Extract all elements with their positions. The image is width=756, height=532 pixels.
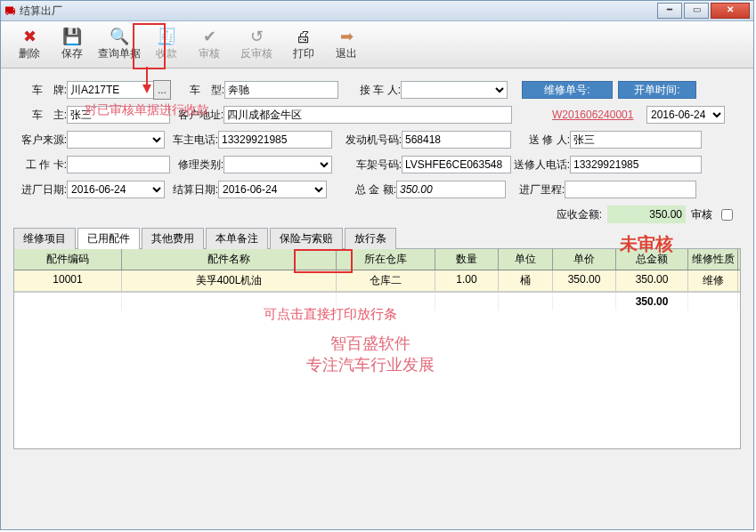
- cell: 桶: [499, 270, 553, 291]
- label-auditchk: 审核: [691, 207, 712, 222]
- titlebar: ⛟ 结算出厂 ━ ▭ ✕: [1, 1, 753, 21]
- src-select[interactable]: [67, 131, 165, 149]
- col-header: 维修性质: [688, 249, 738, 270]
- close-button[interactable]: ✕: [711, 3, 750, 19]
- toolbar-exit-button[interactable]: ➡退出: [325, 23, 368, 66]
- arrow-shaft: [146, 67, 148, 86]
- table-row[interactable]: 10001美孚400L机油仓库二1.00桶350.00350.00维修: [14, 270, 740, 292]
- window-title: 结算出厂: [20, 4, 657, 19]
- sdate-select[interactable]: 2016-06-24: [218, 181, 327, 198]
- cell: 维修: [688, 270, 738, 291]
- label-model: 车 型:: [171, 83, 224, 98]
- query-icon: 🔍: [109, 28, 130, 45]
- tab-2[interactable]: 其他费用: [142, 228, 204, 249]
- col-header: 配件编码: [14, 249, 122, 270]
- maximize-button[interactable]: ▭: [684, 3, 709, 19]
- minimize-button[interactable]: ━: [657, 3, 682, 19]
- toolbar-print-button[interactable]: 🖨打印: [282, 23, 325, 66]
- col-header: 单位: [499, 249, 553, 270]
- opendate-select[interactable]: 2016-06-24: [646, 106, 725, 124]
- tab-4[interactable]: 保险与索赔: [270, 228, 343, 249]
- label-src: 客户来源:: [13, 133, 67, 148]
- cell: 美孚400L机油: [122, 270, 337, 291]
- cell: 仓库二: [337, 270, 435, 291]
- cell: 350.00: [553, 270, 616, 291]
- cell: 350.00: [616, 270, 688, 291]
- parts-grid: 配件编码配件名称所在仓库数量单位单价总金额维修性质 10001美孚400L机油仓…: [13, 248, 741, 449]
- app-window: ⛟ 结算出厂 ━ ▭ ✕ ✖删除💾保存🔍查询单据🧾收款✔审核↺反审核🖨打印➡退出…: [0, 0, 754, 530]
- label-owner: 车 主:: [13, 108, 67, 123]
- label-rtype: 修理类别:: [170, 157, 224, 173]
- cell: 10001: [14, 270, 122, 291]
- tab-1[interactable]: 已用配件: [77, 228, 140, 249]
- arrow-down-icon: [142, 85, 151, 93]
- total-input[interactable]: [396, 181, 506, 198]
- cell: 1.00: [435, 270, 499, 291]
- model-input[interactable]: [224, 81, 338, 99]
- toolbar-audit-button[interactable]: ✔审核: [188, 23, 231, 66]
- toolbar-save-button[interactable]: 💾保存: [51, 23, 93, 66]
- label-due: 应收金额:: [557, 207, 602, 222]
- label-sphone: 送修人电话:: [511, 157, 570, 173]
- engine-input[interactable]: [402, 131, 511, 149]
- addr-input[interactable]: [224, 106, 512, 124]
- label-card: 工 作 卡:: [13, 157, 67, 173]
- vin-input[interactable]: [402, 156, 511, 173]
- app-icon: ⛟: [4, 4, 16, 18]
- highlight-collect-button: [133, 23, 166, 69]
- sphone-input[interactable]: [570, 156, 702, 173]
- annotation-print-tip: 可点击直接打印放行条: [264, 306, 397, 323]
- toolbar-delete-button[interactable]: ✖删除: [8, 23, 51, 66]
- label-indate: 进厂日期:: [13, 182, 67, 197]
- col-header: 数量: [435, 249, 499, 270]
- label-receiver: 接 车 人:: [338, 83, 401, 98]
- print-icon: 🖨: [293, 28, 314, 45]
- label-mileage: 进厂里程:: [506, 182, 565, 197]
- save-icon: 💾: [61, 28, 83, 45]
- receiver-select[interactable]: [401, 81, 508, 99]
- label-engine: 发动机号码:: [332, 133, 402, 148]
- indate-select[interactable]: 2016-06-24: [67, 181, 165, 198]
- card-input[interactable]: [67, 156, 170, 173]
- exit-icon: ➡: [336, 28, 357, 45]
- audit-icon: ✔: [199, 28, 220, 45]
- annotation-collect-tip: 对已审核单据进行收款: [85, 102, 209, 118]
- label-sdate: 结算日期:: [165, 182, 218, 197]
- phone-input[interactable]: [218, 131, 332, 149]
- label-sender: 送 修 人:: [511, 133, 570, 148]
- label-total: 总 金 额:: [327, 182, 396, 197]
- plate-input[interactable]: [67, 81, 154, 99]
- label-vin: 车架号码:: [332, 157, 402, 173]
- tab-5[interactable]: 放行条: [345, 228, 396, 249]
- form-panel: 车 牌: … 车 型: 接 车 人: 维修单号: 开单时间: 车 主: 客户地址…: [1, 69, 753, 227]
- tab-0[interactable]: 维修项目: [13, 228, 76, 249]
- due-amount: 350.00: [607, 206, 686, 223]
- annotation-unaudited: 未审核: [620, 232, 673, 256]
- tab-3[interactable]: 本单备注: [206, 228, 268, 249]
- label-phone: 车主电话:: [165, 133, 218, 148]
- rtype-select[interactable]: [224, 156, 332, 173]
- plate-picker[interactable]: …: [153, 80, 171, 100]
- col-header: 单价: [553, 249, 616, 270]
- delete-icon: ✖: [19, 28, 40, 45]
- label-plate: 车 牌:: [13, 83, 67, 98]
- orderno-value[interactable]: W201606240001: [552, 109, 641, 121]
- unaudit-icon: ↺: [246, 28, 267, 45]
- toolbar: ✖删除💾保存🔍查询单据🧾收款✔审核↺反审核🖨打印➡退出: [1, 21, 753, 69]
- header-opentime: 开单时间:: [618, 81, 696, 99]
- audit-checkbox[interactable]: [721, 209, 733, 221]
- watermark: 智百盛软件 专注汽车行业发展: [281, 333, 459, 375]
- grid-body: 10001美孚400L机油仓库二1.00桶350.00350.00维修 350.…: [14, 270, 740, 448]
- sender-input[interactable]: [570, 131, 702, 149]
- toolbar-unaudit-button[interactable]: ↺反审核: [231, 23, 282, 66]
- mileage-input[interactable]: [565, 181, 696, 198]
- header-orderno: 维修单号:: [522, 81, 613, 99]
- highlight-release-tab: [294, 249, 353, 273]
